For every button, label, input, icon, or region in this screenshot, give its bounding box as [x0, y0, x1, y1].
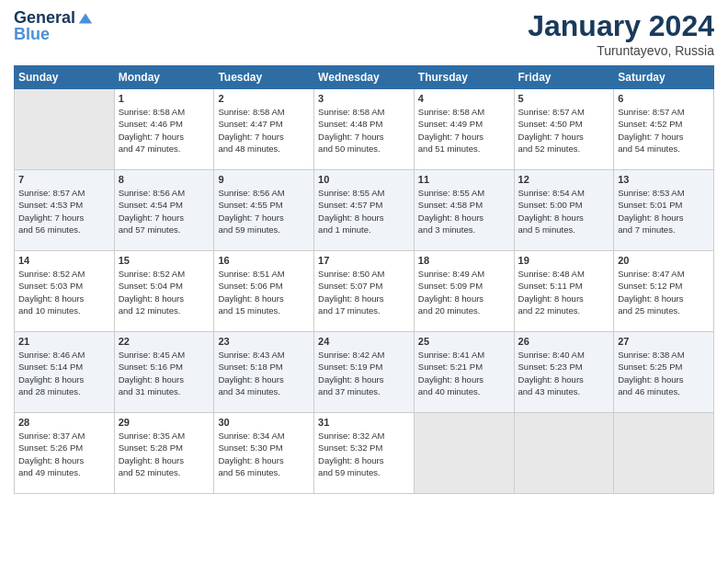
day-number: 14 — [18, 255, 110, 266]
day-info: Sunrise: 8:49 AMSunset: 5:09 PMDaylight:… — [418, 268, 510, 316]
day-info: Sunrise: 8:40 AMSunset: 5:23 PMDaylight:… — [518, 349, 610, 397]
day-number: 23 — [218, 336, 310, 347]
month-title: January 2024 — [528, 9, 714, 43]
calendar-cell: 1Sunrise: 8:58 AMSunset: 4:46 PMDaylight… — [114, 89, 214, 170]
day-number: 7 — [18, 174, 110, 185]
day-info: Sunrise: 8:56 AMSunset: 4:54 PMDaylight:… — [119, 187, 210, 236]
day-number: 30 — [218, 417, 310, 428]
day-info: Sunrise: 8:34 AMSunset: 5:30 PMDaylight:… — [218, 430, 310, 478]
day-number: 26 — [518, 336, 610, 347]
svg-marker-0 — [79, 13, 92, 23]
col-tuesday: Tuesday — [214, 66, 314, 89]
title-block: January 2024 Turuntayevo, Russia — [528, 9, 714, 58]
calendar-table: Sunday Monday Tuesday Wednesday Thursday… — [14, 65, 714, 494]
day-number: 16 — [218, 255, 310, 266]
calendar-cell: 7Sunrise: 8:57 AMSunset: 4:53 PMDaylight… — [15, 170, 115, 251]
day-number: 31 — [318, 417, 410, 428]
day-info: Sunrise: 8:55 AMSunset: 4:57 PMDaylight:… — [318, 187, 410, 236]
day-number: 1 — [119, 93, 210, 104]
calendar-week-4: 21Sunrise: 8:46 AMSunset: 5:14 PMDayligh… — [15, 332, 714, 413]
col-sunday: Sunday — [15, 66, 115, 89]
calendar-week-2: 7Sunrise: 8:57 AMSunset: 4:53 PMDaylight… — [15, 170, 714, 251]
calendar-cell — [614, 413, 714, 494]
day-info: Sunrise: 8:38 AMSunset: 5:25 PMDaylight:… — [618, 349, 710, 397]
header-row: Sunday Monday Tuesday Wednesday Thursday… — [15, 66, 714, 89]
day-number: 19 — [518, 255, 610, 266]
day-info: Sunrise: 8:58 AMSunset: 4:46 PMDaylight:… — [119, 106, 210, 155]
day-info: Sunrise: 8:51 AMSunset: 5:06 PMDaylight:… — [218, 268, 310, 316]
calendar-cell: 2Sunrise: 8:58 AMSunset: 4:47 PMDaylight… — [214, 89, 314, 170]
day-info: Sunrise: 8:41 AMSunset: 5:21 PMDaylight:… — [418, 349, 510, 397]
calendar-cell: 8Sunrise: 8:56 AMSunset: 4:54 PMDaylight… — [114, 170, 214, 251]
calendar-cell: 10Sunrise: 8:55 AMSunset: 4:57 PMDayligh… — [314, 170, 415, 251]
calendar-week-5: 28Sunrise: 8:37 AMSunset: 5:26 PMDayligh… — [15, 413, 714, 494]
calendar-cell: 14Sunrise: 8:52 AMSunset: 5:03 PMDayligh… — [15, 251, 115, 332]
day-number: 10 — [318, 174, 410, 185]
day-number: 9 — [218, 174, 310, 185]
calendar-cell: 9Sunrise: 8:56 AMSunset: 4:55 PMDaylight… — [214, 170, 314, 251]
calendar-cell: 27Sunrise: 8:38 AMSunset: 5:25 PMDayligh… — [614, 332, 714, 413]
calendar-cell: 6Sunrise: 8:57 AMSunset: 4:52 PMDaylight… — [614, 89, 714, 170]
day-info: Sunrise: 8:57 AMSunset: 4:50 PMDaylight:… — [518, 106, 610, 155]
day-number: 15 — [119, 255, 210, 266]
day-info: Sunrise: 8:43 AMSunset: 5:18 PMDaylight:… — [218, 349, 310, 397]
day-info: Sunrise: 8:46 AMSunset: 5:14 PMDaylight:… — [18, 349, 110, 397]
calendar-cell: 26Sunrise: 8:40 AMSunset: 5:23 PMDayligh… — [514, 332, 614, 413]
day-number: 2 — [218, 93, 310, 104]
day-info: Sunrise: 8:58 AMSunset: 4:47 PMDaylight:… — [218, 106, 310, 155]
day-number: 12 — [518, 174, 610, 185]
calendar-cell: 29Sunrise: 8:35 AMSunset: 5:28 PMDayligh… — [114, 413, 214, 494]
calendar-cell — [414, 413, 514, 494]
calendar-cell: 28Sunrise: 8:37 AMSunset: 5:26 PMDayligh… — [15, 413, 115, 494]
day-info: Sunrise: 8:57 AMSunset: 4:52 PMDaylight:… — [618, 106, 710, 155]
calendar-cell: 23Sunrise: 8:43 AMSunset: 5:18 PMDayligh… — [214, 332, 314, 413]
calendar-cell — [514, 413, 614, 494]
logo: General Blue — [14, 9, 94, 44]
calendar-cell: 24Sunrise: 8:42 AMSunset: 5:19 PMDayligh… — [314, 332, 415, 413]
day-number: 13 — [618, 174, 710, 185]
day-info: Sunrise: 8:32 AMSunset: 5:32 PMDaylight:… — [318, 430, 410, 478]
calendar-cell: 3Sunrise: 8:58 AMSunset: 4:48 PMDaylight… — [314, 89, 415, 170]
day-number: 21 — [18, 336, 110, 347]
day-number: 25 — [418, 336, 510, 347]
day-number: 20 — [618, 255, 710, 266]
calendar-cell: 5Sunrise: 8:57 AMSunset: 4:50 PMDaylight… — [514, 89, 614, 170]
header: General Blue January 2024 Turuntayevo, R… — [14, 9, 714, 58]
col-friday: Friday — [514, 66, 614, 89]
day-info: Sunrise: 8:45 AMSunset: 5:16 PMDaylight:… — [119, 349, 210, 397]
col-wednesday: Wednesday — [314, 66, 415, 89]
day-info: Sunrise: 8:58 AMSunset: 4:48 PMDaylight:… — [318, 106, 410, 155]
day-info: Sunrise: 8:37 AMSunset: 5:26 PMDaylight:… — [18, 430, 110, 478]
calendar-cell: 17Sunrise: 8:50 AMSunset: 5:07 PMDayligh… — [314, 251, 415, 332]
day-info: Sunrise: 8:42 AMSunset: 5:19 PMDaylight:… — [318, 349, 410, 397]
calendar-cell: 30Sunrise: 8:34 AMSunset: 5:30 PMDayligh… — [214, 413, 314, 494]
calendar-cell: 15Sunrise: 8:52 AMSunset: 5:04 PMDayligh… — [114, 251, 214, 332]
day-number: 17 — [318, 255, 410, 266]
day-info: Sunrise: 8:52 AMSunset: 5:03 PMDaylight:… — [18, 268, 110, 316]
location-subtitle: Turuntayevo, Russia — [528, 43, 714, 58]
day-info: Sunrise: 8:52 AMSunset: 5:04 PMDaylight:… — [119, 268, 210, 316]
col-thursday: Thursday — [414, 66, 514, 89]
day-number: 22 — [119, 336, 210, 347]
calendar-cell: 13Sunrise: 8:53 AMSunset: 5:01 PMDayligh… — [614, 170, 714, 251]
calendar-cell: 12Sunrise: 8:54 AMSunset: 5:00 PMDayligh… — [514, 170, 614, 251]
day-number: 5 — [518, 93, 610, 104]
day-info: Sunrise: 8:50 AMSunset: 5:07 PMDaylight:… — [318, 268, 410, 316]
day-number: 24 — [318, 336, 410, 347]
col-monday: Monday — [114, 66, 214, 89]
day-info: Sunrise: 8:54 AMSunset: 5:00 PMDaylight:… — [518, 187, 610, 236]
calendar-cell: 18Sunrise: 8:49 AMSunset: 5:09 PMDayligh… — [414, 251, 514, 332]
day-info: Sunrise: 8:56 AMSunset: 4:55 PMDaylight:… — [218, 187, 310, 236]
day-number: 11 — [418, 174, 510, 185]
day-info: Sunrise: 8:47 AMSunset: 5:12 PMDaylight:… — [618, 268, 710, 316]
day-info: Sunrise: 8:48 AMSunset: 5:11 PMDaylight:… — [518, 268, 610, 316]
day-info: Sunrise: 8:35 AMSunset: 5:28 PMDaylight:… — [119, 430, 210, 478]
page-container: General Blue January 2024 Turuntayevo, R… — [0, 0, 728, 503]
day-info: Sunrise: 8:55 AMSunset: 4:58 PMDaylight:… — [418, 187, 510, 236]
day-number: 18 — [418, 255, 510, 266]
calendar-cell: 21Sunrise: 8:46 AMSunset: 5:14 PMDayligh… — [15, 332, 115, 413]
day-number: 4 — [418, 93, 510, 104]
calendar-cell: 31Sunrise: 8:32 AMSunset: 5:32 PMDayligh… — [314, 413, 415, 494]
day-number: 28 — [18, 417, 110, 428]
calendar-week-1: 1Sunrise: 8:58 AMSunset: 4:46 PMDaylight… — [15, 89, 714, 170]
